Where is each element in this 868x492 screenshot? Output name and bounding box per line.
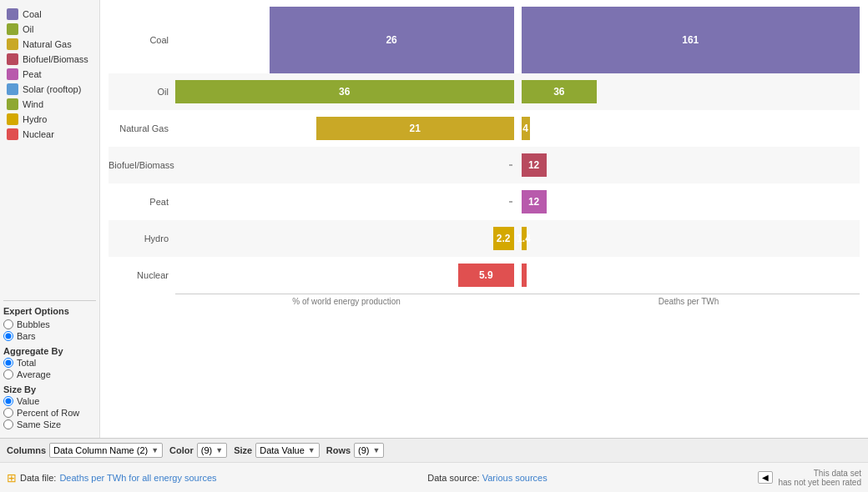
legend-label-oil: Oil — [23, 24, 33, 34]
top-area: Coal Oil Natural Gas Biofuel/Biomass Pea… — [0, 0, 868, 438]
chart-row: Nuclear5.9 — [108, 257, 860, 294]
legend-color-naturalgas — [7, 38, 18, 50]
legend-item-hydro[interactable]: Hydro — [3, 112, 96, 127]
legend-label-nuclear: Nuclear — [23, 129, 54, 139]
right-half-6 — [518, 264, 860, 287]
sidebar: Coal Oil Natural Gas Biofuel/Biomass Pea… — [0, 0, 100, 438]
chart-inner: Coal26161Oil3636Natural Gas214Biofuel/Bi… — [108, 7, 860, 312]
right-bar-2: 4 — [522, 117, 530, 140]
left-bar-empty-3 — [509, 164, 512, 166]
columns-value: Data Column Name (2) — [53, 445, 148, 455]
axis-row: % of world energy productionDeaths per T… — [108, 294, 860, 312]
size-arrow: ▼ — [308, 446, 315, 454]
chart-row: Coal26161 — [108, 7, 860, 73]
legend-item-wind[interactable]: Wind — [3, 97, 96, 112]
right-bar-0: 161 — [522, 7, 860, 73]
legend-item-biofuel[interactable]: Biofuel/Biomass — [3, 52, 96, 67]
size-percent-of-row[interactable]: Percent of Row — [3, 408, 96, 418]
right-bar-6 — [522, 264, 527, 287]
axis-row-spacer — [108, 294, 175, 312]
color-label: Color — [169, 445, 194, 455]
display-bars[interactable]: Bars — [3, 331, 96, 341]
legend-item-oil[interactable]: Oil — [3, 22, 96, 37]
legend-color-biofuel — [7, 53, 18, 65]
row-label-hydro: Hydro — [108, 233, 175, 243]
legend-color-coal — [7, 8, 18, 20]
size-label: Size By — [3, 384, 96, 394]
left-half-4 — [175, 201, 517, 203]
left-bar-2: 21 — [316, 117, 514, 140]
data-source-link[interactable]: Various sources — [482, 473, 548, 483]
size-same-size[interactable]: Same Size — [3, 419, 96, 429]
legend-label-hydro: Hydro — [23, 114, 47, 124]
color-select[interactable]: (9) ▼ — [197, 443, 227, 458]
legend-label-coal: Coal — [23, 9, 42, 19]
chart-row: Hydro2.21.4 — [108, 220, 860, 257]
size-value: Data Value — [260, 445, 305, 455]
expert-section: Expert Options Bubbles Bars Aggregate By… — [3, 300, 96, 431]
legend-item-solar[interactable]: Solar (rooftop) — [3, 82, 96, 97]
size-select[interactable]: Data Value ▼ — [255, 443, 320, 458]
legend-item-naturalgas[interactable]: Natural Gas — [3, 37, 96, 52]
rows-arrow: ▼ — [373, 446, 381, 454]
bottom-toolbar: Columns Data Column Name (2) ▼ Color (9)… — [0, 438, 868, 462]
rows-select[interactable]: (9) ▼ — [354, 443, 384, 458]
right-half-5: 1.4 — [518, 227, 860, 250]
color-value: (9) — [201, 445, 212, 455]
legend-label-solar: Solar (rooftop) — [23, 84, 81, 94]
columns-select[interactable]: Data Column Name (2) ▼ — [49, 443, 163, 458]
rows-group: Rows (9) ▼ — [326, 443, 385, 458]
left-axis-label: % of world energy production — [175, 294, 517, 312]
main-container: Coal Oil Natural Gas Biofuel/Biomass Pea… — [0, 0, 868, 492]
rows-label: Rows — [326, 445, 351, 455]
left-half-6: 5.9 — [175, 264, 517, 287]
legend-color-nuclear — [7, 128, 18, 140]
row-label-oil: Oil — [108, 87, 175, 97]
chart-row: Biofuel/Biomass12 — [108, 147, 860, 183]
left-half-5: 2.2 — [175, 227, 517, 250]
legend-item-peat[interactable]: Peat — [3, 67, 96, 82]
left-half-3 — [175, 164, 517, 166]
legend-label-wind: Wind — [23, 99, 43, 109]
data-source-label: Data source: — [427, 473, 479, 483]
expert-title: Expert Options — [3, 306, 96, 316]
aggregate-total[interactable]: Total — [3, 358, 96, 368]
left-half-1: 36 — [175, 80, 517, 103]
rating-nav-btn[interactable]: ◀ — [758, 471, 773, 484]
color-arrow: ▼ — [215, 446, 223, 454]
footer: ⊞ Data file: Deaths per TWh for all ener… — [0, 462, 868, 492]
legend-section: Coal Oil Natural Gas Biofuel/Biomass Pea… — [3, 7, 96, 295]
row-label-peat: Peat — [108, 197, 175, 207]
left-bar-5: 2.2 — [493, 227, 514, 250]
chart-row: Natural Gas214 — [108, 110, 860, 147]
right-half-4: 12 — [518, 190, 860, 213]
display-bubbles[interactable]: Bubbles — [3, 319, 96, 329]
size-group: Size Data Value ▼ — [234, 443, 320, 458]
footer-center: Data source: Various sources — [427, 473, 548, 483]
size-value[interactable]: Value — [3, 396, 96, 406]
legend-color-hydro — [7, 113, 18, 125]
right-bar-5: 1.4 — [522, 227, 527, 250]
data-file-link[interactable]: Deaths per TWh for all energy sources — [59, 473, 216, 483]
left-bar-0: 26 — [270, 7, 514, 73]
left-half-2: 21 — [175, 117, 517, 140]
right-half-0: 161 — [518, 7, 860, 73]
legend-color-wind — [7, 98, 18, 110]
data-file-label: Data file: — [20, 473, 56, 483]
aggregate-average[interactable]: Average — [3, 369, 96, 379]
aggregate-label: Aggregate By — [3, 346, 96, 356]
right-bar-3: 12 — [522, 153, 547, 177]
right-half-1: 36 — [518, 80, 860, 103]
columns-group: Columns Data Column Name (2) ▼ — [7, 443, 163, 458]
left-half-0: 26 — [175, 7, 517, 73]
left-bar-1: 36 — [175, 80, 514, 103]
legend-item-nuclear[interactable]: Nuclear — [3, 127, 96, 142]
legend-item-coal[interactable]: Coal — [3, 7, 96, 22]
rating-subtext: has not yet been rated — [778, 478, 861, 487]
row-label-nuclear: Nuclear — [108, 270, 175, 280]
color-group: Color (9) ▼ — [169, 443, 227, 458]
footer-right: ◀ This data set has not yet been rated — [758, 469, 861, 487]
row-label-biofuel-biomass: Biofuel/Biomass — [108, 160, 175, 170]
legend-label-peat: Peat — [23, 69, 42, 79]
size-toolbar-label: Size — [234, 445, 252, 455]
